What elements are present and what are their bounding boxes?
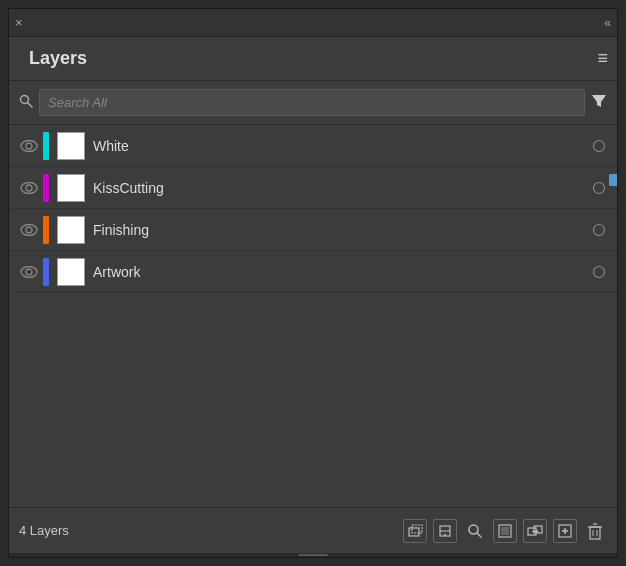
close-icon[interactable]: × — [15, 15, 23, 30]
layer-color-bar — [43, 216, 49, 244]
svg-point-14 — [594, 266, 605, 277]
search-button[interactable] — [463, 519, 487, 543]
top-bar: × « — [9, 9, 617, 37]
filter-icon[interactable] — [591, 93, 607, 113]
layer-color-bar — [43, 132, 49, 160]
search-icon — [19, 94, 33, 111]
add-layer-button[interactable] — [553, 519, 577, 543]
search-bar — [9, 81, 617, 125]
svg-point-6 — [21, 182, 37, 193]
svg-point-10 — [26, 227, 32, 233]
svg-rect-15 — [409, 528, 419, 536]
svg-point-5 — [594, 140, 605, 151]
svg-point-3 — [21, 140, 37, 151]
header-right: ≡ — [597, 48, 607, 69]
svg-rect-29 — [590, 527, 600, 539]
visibility-icon[interactable] — [15, 140, 43, 152]
svg-line-1 — [28, 103, 33, 108]
layer-row[interactable]: Artwork — [9, 251, 617, 293]
layer-count: 4 Layers — [19, 523, 69, 538]
search-input[interactable] — [39, 89, 585, 116]
layer-thumbnail — [57, 216, 85, 244]
merge-button[interactable] — [493, 519, 517, 543]
svg-point-4 — [26, 143, 32, 149]
svg-point-12 — [21, 266, 37, 277]
visibility-icon[interactable] — [15, 224, 43, 236]
layer-target-icon[interactable] — [587, 139, 611, 153]
layer-row[interactable]: KissCutting — [9, 167, 617, 209]
svg-rect-16 — [412, 525, 422, 533]
layer-name: White — [93, 138, 587, 154]
layer-target-icon[interactable] — [587, 181, 611, 195]
layer-name: Artwork — [93, 264, 587, 280]
panel-title: Layers — [19, 48, 97, 69]
layer-row[interactable]: White — [9, 125, 617, 167]
layer-target-icon[interactable] — [587, 223, 611, 237]
panel-menu-icon[interactable]: ≡ — [597, 48, 607, 69]
layer-thumbnail — [57, 174, 85, 202]
panel-footer: 4 Layers — [9, 507, 617, 553]
visibility-icon[interactable] — [15, 182, 43, 194]
footer-actions — [403, 519, 607, 543]
layer-color-bar — [43, 258, 49, 286]
layers-list: White KissCutting — [9, 125, 617, 507]
panel-header: Layers ≡ — [9, 37, 617, 81]
svg-point-11 — [594, 224, 605, 235]
layer-name: Finishing — [93, 222, 587, 238]
resize-handle[interactable] — [9, 553, 617, 557]
delete-layer-button[interactable] — [583, 519, 607, 543]
move-linked-button[interactable] — [523, 519, 547, 543]
layer-name: KissCutting — [93, 180, 587, 196]
collapse-icon[interactable]: « — [604, 16, 611, 30]
scroll-indicator — [609, 174, 617, 186]
layers-panel: × « Layers ≡ — [8, 8, 618, 558]
svg-point-7 — [26, 185, 32, 191]
layer-target-icon[interactable] — [587, 265, 611, 279]
layer-thumbnail — [57, 132, 85, 160]
svg-marker-2 — [592, 95, 606, 107]
svg-point-9 — [21, 224, 37, 235]
svg-point-13 — [26, 269, 32, 275]
visibility-icon[interactable] — [15, 266, 43, 278]
collect-button[interactable] — [433, 519, 457, 543]
svg-point-8 — [594, 182, 605, 193]
layer-color-bar — [43, 174, 49, 202]
svg-line-20 — [477, 533, 481, 537]
create-clip-button[interactable] — [403, 519, 427, 543]
svg-rect-22 — [501, 527, 509, 535]
layer-thumbnail — [57, 258, 85, 286]
layer-row[interactable]: Finishing — [9, 209, 617, 251]
